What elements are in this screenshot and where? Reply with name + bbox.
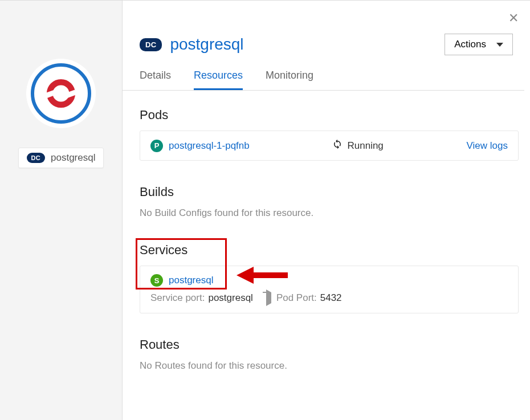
tab-monitoring[interactable]: Monitoring bbox=[266, 70, 313, 90]
sidebar: DC postgresql bbox=[0, 0, 123, 420]
actions-button[interactable]: Actions bbox=[445, 34, 513, 55]
service-port-line: Service port: postgresql Pod Port: 5432 bbox=[150, 292, 508, 304]
pod-status: Running bbox=[332, 139, 383, 152]
svg-rect-3 bbox=[254, 272, 288, 278]
sidebar-resource-label: postgresql bbox=[51, 152, 95, 164]
dc-badge: DC bbox=[27, 153, 46, 163]
sync-icon bbox=[332, 139, 343, 152]
svg-marker-4 bbox=[237, 267, 254, 284]
service-port-label: Service port: bbox=[150, 292, 205, 304]
header: DC postgresql Actions bbox=[123, 1, 524, 70]
pod-port-value: 5432 bbox=[320, 292, 342, 304]
annotation-box bbox=[136, 238, 227, 289]
dc-badge: DC bbox=[140, 38, 162, 51]
main-panel: ✕ DC postgresql Actions Details Resource… bbox=[123, 0, 530, 420]
page-title: DC postgresql bbox=[140, 35, 244, 54]
annotation-arrow-icon bbox=[237, 267, 293, 284]
routes-heading: Routes bbox=[140, 337, 519, 352]
builds-empty-text: No Build Configs found for this resource… bbox=[140, 207, 519, 219]
tab-resources[interactable]: Resources bbox=[194, 70, 243, 90]
close-icon[interactable]: ✕ bbox=[508, 11, 519, 26]
tabs: Details Resources Monitoring bbox=[123, 70, 524, 91]
builds-heading: Builds bbox=[140, 185, 519, 199]
tab-details[interactable]: Details bbox=[140, 70, 171, 90]
table-row: P postgresql-1-pqfnb Running View logs bbox=[150, 139, 508, 152]
resource-title: postgresql bbox=[170, 35, 243, 54]
openshift-icon bbox=[42, 75, 80, 112]
view-logs-link[interactable]: View logs bbox=[467, 140, 508, 152]
pod-card: P postgresql-1-pqfnb Running View logs bbox=[140, 131, 519, 161]
arrow-right-icon bbox=[266, 289, 271, 306]
pod-badge-icon: P bbox=[150, 140, 163, 152]
service-port-value: postgresql bbox=[208, 292, 252, 304]
routes-empty-text: No Routes found for this resource. bbox=[140, 360, 519, 372]
pod-link[interactable]: postgresql-1-pqfnb bbox=[169, 140, 250, 152]
openshift-logo bbox=[31, 63, 91, 124]
pod-port-label: Pod Port: bbox=[276, 292, 317, 304]
sidebar-resource-card[interactable]: DC postgresql bbox=[18, 148, 104, 168]
actions-label: Actions bbox=[454, 39, 486, 50]
pod-status-text: Running bbox=[347, 140, 383, 152]
content: Pods P postgresql-1-pqfnb Running View l… bbox=[123, 91, 524, 372]
chevron-down-icon bbox=[496, 43, 503, 47]
pods-heading: Pods bbox=[140, 108, 519, 123]
